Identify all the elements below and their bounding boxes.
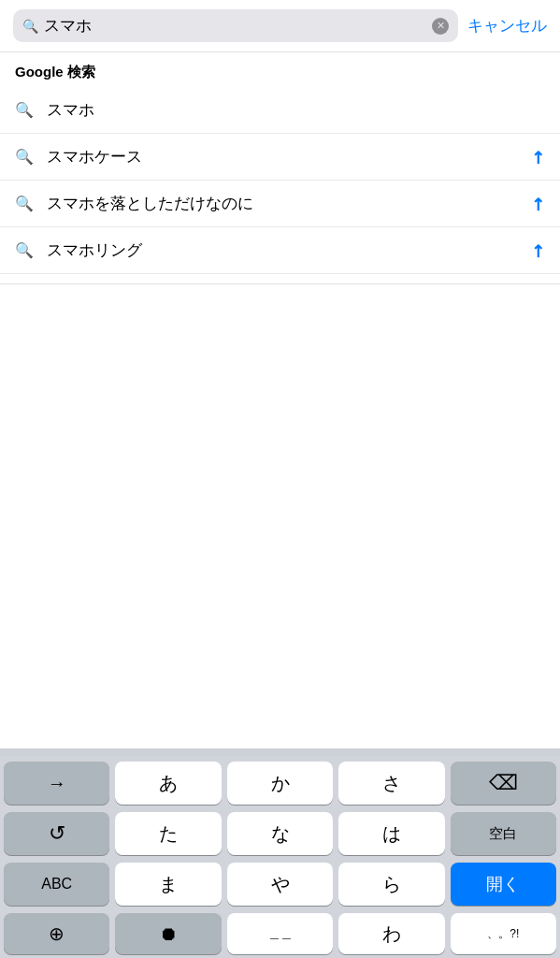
ka-key[interactable]: か: [227, 762, 333, 805]
undo-key[interactable]: ↺: [4, 812, 109, 855]
keyboard-top-bar: [0, 748, 560, 756]
search-icon: 🔍: [22, 19, 38, 34]
suggestion-text-2: スマホケース: [47, 146, 531, 167]
keyboard: → あ か さ ⌫ ↺ た な は 空白 ABC ま や ら 開く ⊕ ⏺ ＿＿…: [0, 748, 560, 958]
search-icon-4: 🔍: [15, 241, 34, 259]
punct-key[interactable]: 、。?!: [451, 913, 556, 954]
search-input[interactable]: スマホ: [44, 15, 426, 36]
google-search-header: Google 検索: [0, 52, 560, 87]
keyboard-row-2: ↺ た な は 空白: [4, 812, 556, 855]
sa-key[interactable]: さ: [338, 762, 444, 805]
keyboard-row-3: ABC ま や ら 開く: [4, 863, 556, 906]
keyboard-rows: → あ か さ ⌫ ↺ た な は 空白 ABC ま や ら 開く ⊕ ⏺ ＿＿…: [0, 756, 560, 958]
open-key[interactable]: 開く: [451, 863, 556, 906]
keyboard-row-1: → あ か さ ⌫: [4, 762, 556, 805]
space-key[interactable]: 空白: [451, 812, 556, 855]
suggestions-list: 🔍 スマホ 🔍 スマホケース ↗ 🔍 スマホを落としただけなのに ↗ 🔍 スマホ…: [0, 87, 560, 274]
delete-key[interactable]: ⌫: [451, 762, 556, 805]
divider: [0, 283, 560, 284]
tab-key[interactable]: →: [4, 762, 109, 805]
clear-button[interactable]: ✕: [432, 18, 449, 35]
wa-key[interactable]: わ: [338, 913, 444, 954]
na-key[interactable]: な: [227, 812, 333, 855]
abc-key[interactable]: ABC: [4, 863, 109, 906]
search-icon-3: 🔍: [15, 195, 34, 212]
search-icon-2: 🔍: [15, 148, 34, 166]
keyboard-row-4: ⊕ ⏺ ＿＿ わ 、。?!: [4, 913, 556, 954]
suggestion-row-4[interactable]: 🔍 スマホリング ↗: [0, 227, 560, 274]
suggestion-text-1: スマホ: [47, 99, 545, 121]
ma-key[interactable]: ま: [115, 863, 221, 906]
suggestion-row-2[interactable]: 🔍 スマホケース ↗: [0, 134, 560, 181]
search-icon-1: 🔍: [15, 101, 34, 119]
kigou-key[interactable]: ＿＿: [227, 913, 333, 954]
search-bar: 🔍 スマホ ✕ キャンセル: [0, 0, 560, 52]
ya-key[interactable]: や: [227, 863, 333, 906]
ta-key[interactable]: た: [115, 812, 221, 855]
search-input-wrapper[interactable]: 🔍 スマホ ✕: [13, 9, 458, 42]
mic-key[interactable]: ⏺: [115, 913, 221, 954]
suggestion-row-3[interactable]: 🔍 スマホを落としただけなのに ↗: [0, 181, 560, 227]
suggestion-text-4: スマホリング: [47, 240, 531, 261]
a-key[interactable]: あ: [115, 762, 221, 805]
suggestion-text-3: スマホを落としただけなのに: [47, 193, 531, 214]
ha-key[interactable]: は: [338, 812, 444, 855]
globe-key[interactable]: ⊕: [4, 913, 109, 954]
cancel-button[interactable]: キャンセル: [467, 15, 547, 36]
ra-key[interactable]: ら: [338, 863, 444, 906]
suggestion-row-1[interactable]: 🔍 スマホ: [0, 87, 560, 134]
